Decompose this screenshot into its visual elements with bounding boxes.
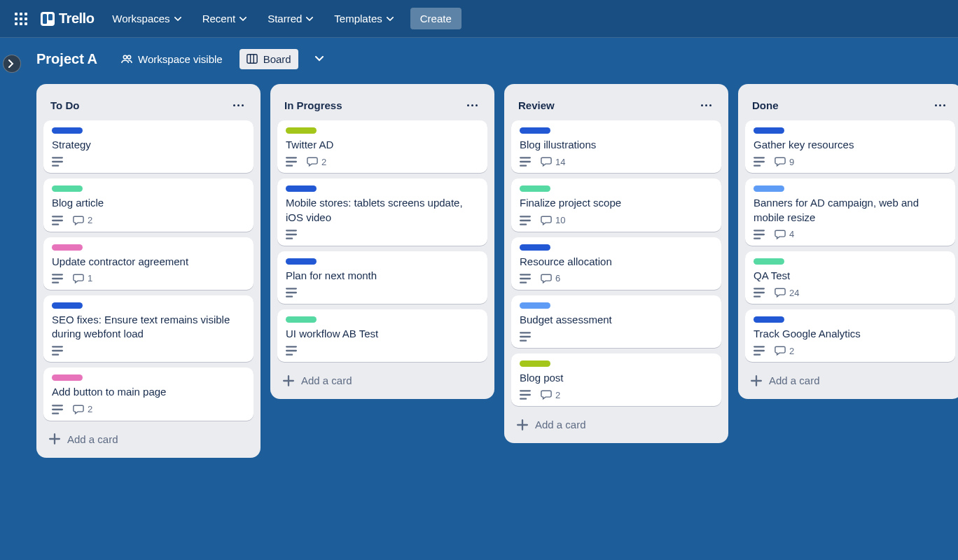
board-title[interactable]: Project A bbox=[36, 51, 97, 67]
card-title: SEO fixes: Ensure text remains visible d… bbox=[52, 313, 245, 342]
nav-recent[interactable]: Recent bbox=[194, 8, 256, 29]
comment-icon bbox=[775, 345, 786, 356]
card-title: Blog post bbox=[520, 371, 713, 385]
comments-badge: 1 bbox=[73, 273, 92, 284]
nav-templates[interactable]: Templates bbox=[326, 8, 401, 29]
list-actions-button[interactable] bbox=[462, 97, 482, 113]
card[interactable]: Add button to main page2 bbox=[43, 368, 254, 420]
list-actions-button[interactable] bbox=[696, 97, 716, 113]
card-label[interactable] bbox=[52, 374, 83, 381]
card-label[interactable] bbox=[520, 360, 550, 367]
card[interactable]: Mobile stores: tablets screens update, i… bbox=[277, 178, 487, 246]
description-badge bbox=[754, 229, 765, 240]
card-badges: 6 bbox=[520, 273, 713, 284]
description-icon bbox=[286, 287, 297, 298]
card-label[interactable] bbox=[520, 127, 550, 134]
chevron-down-icon bbox=[174, 17, 181, 21]
card[interactable]: Blog article2 bbox=[43, 178, 254, 231]
card-label[interactable] bbox=[520, 186, 550, 192]
description-badge bbox=[52, 273, 63, 284]
description-icon bbox=[286, 156, 297, 167]
list-title[interactable]: Review bbox=[518, 99, 555, 111]
list-title[interactable]: Done bbox=[752, 99, 779, 111]
card[interactable]: SEO fixes: Ensure text remains visible d… bbox=[43, 295, 254, 363]
card[interactable]: Banners for AD campaign, web and mobile … bbox=[745, 178, 955, 246]
comments-badge: 2 bbox=[775, 345, 794, 356]
list-title[interactable]: To Do bbox=[50, 99, 79, 111]
list: ReviewBlog illustrations14Finalize proje… bbox=[504, 84, 728, 443]
description-icon bbox=[520, 389, 531, 400]
card-label[interactable] bbox=[286, 186, 317, 192]
comments-badge: 9 bbox=[775, 156, 794, 167]
card[interactable]: Finalize project scope10 bbox=[511, 178, 721, 231]
description-icon bbox=[52, 215, 63, 226]
app-switcher-button[interactable] bbox=[10, 8, 32, 30]
card[interactable]: QA Test24 bbox=[745, 251, 955, 304]
people-icon bbox=[121, 53, 132, 64]
list: In ProgressTwitter AD2Mobile stores: tab… bbox=[270, 84, 494, 399]
card-label[interactable] bbox=[754, 186, 784, 192]
list-header: Review bbox=[510, 91, 723, 115]
list-actions-button[interactable] bbox=[930, 97, 950, 113]
card-label[interactable] bbox=[286, 127, 317, 134]
description-badge bbox=[52, 215, 63, 226]
card-badges: 10 bbox=[520, 215, 713, 226]
list-header: Done bbox=[744, 91, 957, 115]
cards-container: StrategyBlog article2Update contractor a… bbox=[42, 120, 255, 421]
add-card-button[interactable]: Add a card bbox=[744, 369, 957, 392]
card-label[interactable] bbox=[286, 258, 317, 265]
card[interactable]: Budget assessment bbox=[511, 295, 721, 348]
cards-container: Twitter AD2Mobile stores: tablets screen… bbox=[276, 120, 489, 362]
nav-starred[interactable]: Starred bbox=[259, 8, 321, 29]
add-card-button[interactable]: Add a card bbox=[510, 413, 723, 436]
card-label[interactable] bbox=[520, 244, 550, 251]
sidebar-expand-button[interactable] bbox=[3, 55, 21, 73]
card[interactable]: Update contractor agreement1 bbox=[43, 237, 254, 290]
card-label[interactable] bbox=[52, 302, 83, 309]
card[interactable]: Plan for next month bbox=[277, 251, 487, 304]
card-label[interactable] bbox=[754, 316, 784, 323]
card[interactable]: Resource allocation6 bbox=[511, 237, 721, 290]
card-badges: 2 bbox=[52, 404, 245, 415]
description-icon bbox=[754, 229, 765, 240]
description-icon bbox=[52, 345, 63, 356]
card-label[interactable] bbox=[754, 258, 784, 265]
card-label[interactable] bbox=[52, 127, 83, 134]
view-switcher-dropdown[interactable] bbox=[308, 48, 331, 70]
comments-count: 2 bbox=[88, 215, 92, 225]
card[interactable]: Blog illustrations14 bbox=[511, 120, 721, 173]
card[interactable]: Twitter AD2 bbox=[277, 120, 487, 173]
card-title: UI workflow AB Test bbox=[286, 327, 479, 341]
card-label[interactable] bbox=[52, 186, 83, 192]
create-button[interactable]: Create bbox=[410, 8, 461, 29]
card-title: Add button to main page bbox=[52, 385, 245, 399]
card-title: Update contractor agreement bbox=[52, 255, 245, 269]
card-label[interactable] bbox=[52, 244, 83, 251]
add-card-button[interactable]: Add a card bbox=[276, 369, 489, 392]
list-actions-button[interactable] bbox=[228, 97, 248, 113]
card[interactable]: Blog post2 bbox=[511, 354, 721, 406]
card-label[interactable] bbox=[286, 316, 317, 323]
card[interactable]: Gather key resources9 bbox=[745, 120, 955, 173]
visibility-button[interactable]: Workspace visible bbox=[114, 49, 230, 69]
description-icon bbox=[520, 331, 531, 342]
card-label[interactable] bbox=[520, 302, 550, 309]
view-switcher-board[interactable]: Board bbox=[240, 49, 298, 69]
trello-logo-text: Trello bbox=[59, 10, 94, 27]
plus-icon bbox=[49, 433, 60, 444]
trello-logo[interactable]: Trello bbox=[41, 10, 94, 27]
card[interactable]: UI workflow AB Test bbox=[277, 309, 487, 362]
card[interactable]: Track Google Analytics2 bbox=[745, 309, 955, 362]
card[interactable]: Strategy bbox=[43, 120, 254, 173]
list-title[interactable]: In Progress bbox=[284, 99, 342, 111]
board-canvas[interactable]: To DoStrategyBlog article2Update contrac… bbox=[11, 80, 958, 552]
list: DoneGather key resources9Banners for AD … bbox=[738, 84, 958, 399]
add-card-button[interactable]: Add a card bbox=[42, 428, 255, 451]
nav-workspaces[interactable]: Workspaces bbox=[104, 8, 189, 29]
card-badges: 24 bbox=[754, 287, 947, 298]
description-badge bbox=[520, 331, 531, 342]
card-badges: 14 bbox=[520, 156, 713, 167]
card-label[interactable] bbox=[754, 127, 784, 134]
add-card-label: Add a card bbox=[535, 419, 586, 430]
comment-icon bbox=[775, 229, 786, 240]
